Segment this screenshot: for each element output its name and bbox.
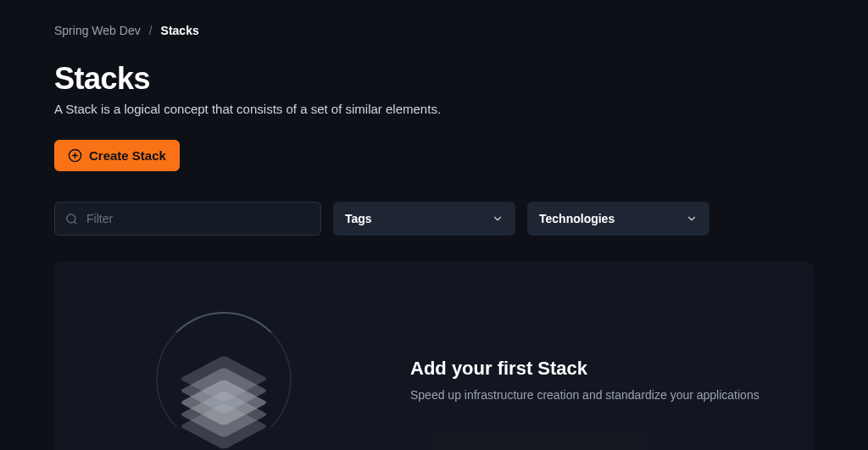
empty-state-title: Add your first Stack (410, 358, 760, 380)
breadcrumb-separator: / (149, 24, 153, 37)
search-icon (65, 213, 78, 225)
page-title: Stacks (54, 61, 814, 97)
filters-row: Tags Technologies (54, 202, 814, 236)
chevron-down-icon (686, 213, 698, 225)
create-stack-label: Create Stack (89, 148, 166, 163)
plus-circle-icon (68, 148, 82, 163)
stacks-illustration (88, 312, 359, 447)
technologies-dropdown-label: Technologies (539, 212, 615, 225)
chevron-down-icon (492, 213, 504, 225)
filter-input[interactable] (86, 212, 310, 225)
tags-dropdown-label: Tags (345, 212, 372, 225)
page-description: A Stack is a logical concept that consis… (54, 102, 814, 116)
create-stack-button[interactable]: Create Stack (54, 140, 180, 171)
breadcrumb-current: Stacks (161, 24, 199, 37)
empty-state-panel: Add your first Stack Speed up infrastruc… (54, 261, 814, 450)
empty-state-subtitle: Speed up infrastructure creation and sta… (410, 388, 760, 402)
tags-dropdown[interactable]: Tags (333, 202, 515, 236)
breadcrumb: Spring Web Dev / Stacks (54, 24, 814, 37)
technologies-dropdown[interactable]: Technologies (527, 202, 709, 236)
svg-line-4 (74, 221, 76, 224)
filter-search-wrap[interactable] (54, 202, 321, 236)
breadcrumb-parent[interactable]: Spring Web Dev (54, 24, 141, 37)
